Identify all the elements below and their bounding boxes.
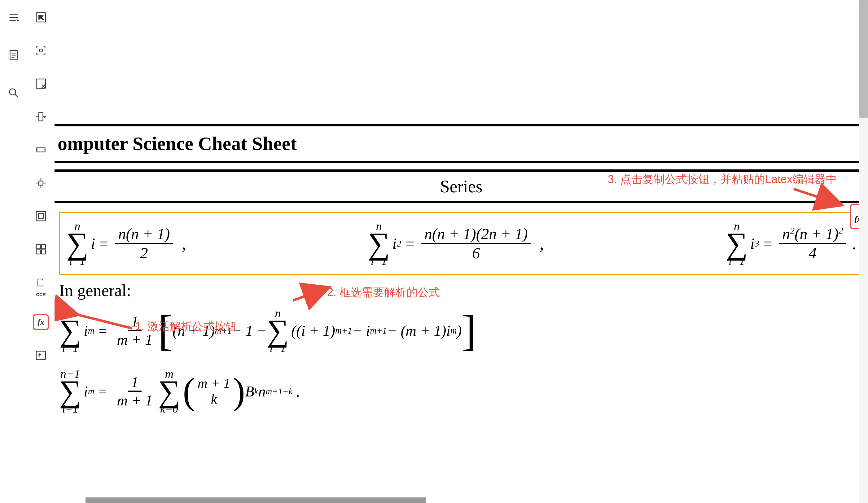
document-header: omputer Science Cheat Sheet bbox=[54, 124, 868, 163]
annotation-1: 1. 激活解析公式按钮 bbox=[135, 319, 237, 334]
svg-rect-18 bbox=[37, 148, 45, 152]
arrow-1 bbox=[70, 310, 138, 336]
formula-button[interactable]: fx bbox=[33, 314, 49, 330]
document-title: omputer Science Cheat Sheet bbox=[54, 133, 868, 155]
svg-line-36 bbox=[76, 314, 132, 328]
svg-point-8 bbox=[9, 89, 16, 95]
crop-horizontal-icon[interactable] bbox=[33, 142, 49, 158]
fx-icon: fx bbox=[38, 317, 44, 327]
svg-rect-27 bbox=[39, 214, 44, 219]
svg-line-35 bbox=[794, 189, 840, 205]
svg-rect-31 bbox=[42, 250, 45, 254]
formula-1: n ∑ i=1 i = n(n + 1) 2 , bbox=[66, 219, 192, 268]
svg-rect-26 bbox=[36, 211, 45, 221]
grid-center-icon[interactable] bbox=[33, 175, 49, 191]
scrollbar-thumb[interactable] bbox=[859, 0, 868, 118]
svg-rect-21 bbox=[39, 181, 43, 185]
horizontal-scrollbar[interactable] bbox=[85, 497, 426, 503]
cursor-select-icon[interactable] bbox=[33, 9, 49, 25]
svg-point-11 bbox=[39, 49, 42, 52]
ocr-icon[interactable] bbox=[33, 274, 49, 291]
formula-3: n ∑ i=1 i3 = n2(n + 1)2 4 . bbox=[726, 219, 856, 268]
toolbar: OCR fx bbox=[27, 0, 54, 503]
svg-line-34 bbox=[293, 288, 327, 301]
export-icon[interactable] bbox=[33, 347, 49, 363]
svg-point-3 bbox=[17, 20, 18, 21]
svg-rect-30 bbox=[36, 250, 40, 254]
formula-selection-box[interactable]: n ∑ i=1 i = n(n + 1) 2 , n ∑ i=1 i2 = n(… bbox=[59, 212, 864, 275]
document-content: omputer Science Cheat Sheet Series 3. 点击… bbox=[54, 0, 868, 503]
capture-icon[interactable] bbox=[33, 42, 49, 59]
document-icon[interactable] bbox=[6, 47, 22, 63]
vertical-scrollbar[interactable] bbox=[859, 0, 868, 503]
in-general-label: In general: bbox=[54, 281, 868, 300]
arrow-3 bbox=[790, 186, 846, 212]
grid-view-icon[interactable] bbox=[33, 241, 49, 258]
svg-line-9 bbox=[15, 94, 18, 97]
menu-icon[interactable] bbox=[6, 9, 22, 25]
annotation-2: 2. 框选需要解析的公式 bbox=[327, 285, 440, 300]
svg-rect-15 bbox=[39, 113, 43, 121]
close-region-icon[interactable] bbox=[33, 76, 49, 92]
arrow-2 bbox=[290, 285, 330, 305]
bounds-icon[interactable] bbox=[33, 208, 49, 224]
ocr-label: OCR bbox=[36, 292, 45, 297]
search-icon[interactable] bbox=[6, 85, 22, 101]
crop-width-icon[interactable] bbox=[33, 109, 49, 125]
svg-rect-28 bbox=[36, 245, 40, 249]
formula-2: n ∑ i=1 i2 = n(n + 1)(2n + 1) 6 , bbox=[368, 219, 550, 268]
annotation-3: 3. 点击复制公式按钮，并粘贴的Latex编辑器中 bbox=[608, 172, 837, 187]
sidebar-left bbox=[0, 0, 27, 503]
general-formula-2: n−1 ∑ i=1 im = 1 m + 1 m ∑ k=0 ( m + 1 k… bbox=[54, 361, 868, 421]
svg-rect-29 bbox=[42, 245, 45, 249]
